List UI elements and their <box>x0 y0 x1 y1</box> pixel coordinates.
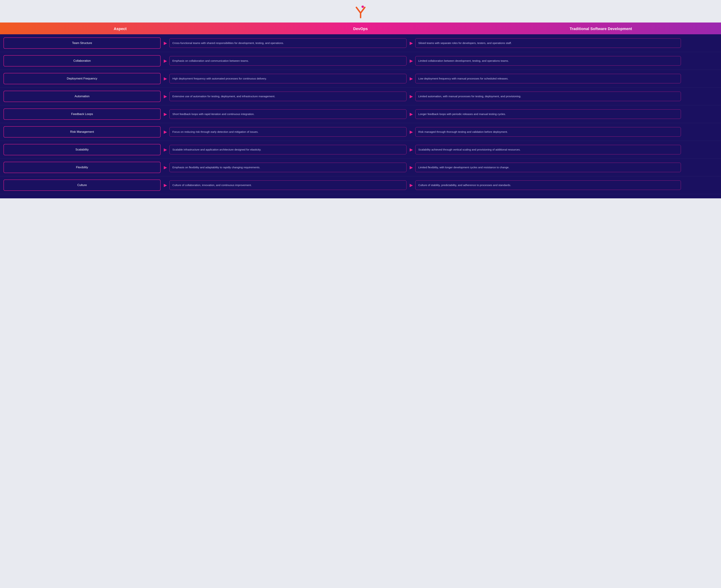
traditional-cell: ▶ Longer feedback loops with periodic re… <box>410 108 681 120</box>
arrow-icon: ▶ <box>410 165 413 170</box>
aspect-label: Automation <box>3 91 161 102</box>
arrow-icon: ▶ <box>410 94 413 99</box>
arrow-icon: ▶ <box>410 76 413 81</box>
aspect-cell: Scalability <box>3 144 161 155</box>
aspect-cell: Team Structure <box>3 38 161 49</box>
table-row: Scalability ▶ Scalable infrastructure an… <box>0 141 721 159</box>
aspect-cell: Deployment Frequency <box>3 73 161 84</box>
table-row: Team Structure ▶ Cross-functional teams … <box>0 34 721 52</box>
traditional-cell: ▶ Risk managed through thorough testing … <box>410 126 681 138</box>
header-devops: DevOps <box>240 23 480 34</box>
arrow-icon: ▶ <box>410 129 413 134</box>
devops-content: Extensive use of automation for testing,… <box>169 91 407 101</box>
aspect-label: Team Structure <box>3 38 161 49</box>
devops-content: Emphasis on flexibility and adaptability… <box>169 163 407 172</box>
devops-cell: ▶ Emphasis on flexibility and adaptabili… <box>164 162 407 173</box>
aspect-label: Collaboration <box>3 55 161 66</box>
arrow-icon: ▶ <box>164 94 167 99</box>
devops-content: Scalable infrastructure and application … <box>169 145 407 154</box>
table-row: Collaboration ▶ Emphasis on collaboratio… <box>0 52 721 70</box>
arrow-icon: ▶ <box>164 58 167 63</box>
devops-content: Emphasis on collaboration and communicat… <box>169 56 407 65</box>
arrow-icon: ▶ <box>164 183 167 188</box>
arrow-icon: ▶ <box>164 112 167 117</box>
aspect-label: Culture <box>3 180 161 191</box>
aspect-cell: Automation <box>3 91 161 102</box>
table-row: Risk Management ▶ Focus on reducing risk… <box>0 123 721 141</box>
traditional-content: Low deployment frequency with manual pro… <box>415 74 681 83</box>
logo-icon <box>355 6 366 18</box>
header-aspect: Aspect <box>0 23 240 34</box>
traditional-content: Limited automation, with manual processe… <box>415 91 681 101</box>
devops-content: Short feedback loops with rapid iteratio… <box>169 109 407 119</box>
arrow-icon: ▶ <box>164 147 167 152</box>
traditional-content: Longer feedback loops with periodic rele… <box>415 109 681 119</box>
devops-cell: ▶ Short feedback loops with rapid iterat… <box>164 108 407 120</box>
arrow-icon: ▶ <box>164 76 167 81</box>
devops-cell: ▶ Cross-functional teams with shared res… <box>164 38 407 49</box>
devops-cell: ▶ High deployment frequency with automat… <box>164 73 407 84</box>
traditional-cell: ▶ Scalability achieved through vertical … <box>410 144 681 155</box>
devops-content: Culture of collaboration, innovation, an… <box>169 181 407 190</box>
aspect-cell: Feedback Loops <box>3 108 161 120</box>
table-row: Flexibility ▶ Emphasis on flexibility an… <box>0 159 721 176</box>
devops-cell: ▶ Culture of collaboration, innovation, … <box>164 180 407 191</box>
header-bar: Aspect DevOps Traditional Software Devel… <box>0 23 721 34</box>
aspect-label: Feedback Loops <box>3 108 161 120</box>
aspect-cell: Risk Management <box>3 126 161 138</box>
header-traditional: Traditional Software Development <box>481 23 721 34</box>
traditional-cell: ▶ Siloed teams with separate roles for d… <box>410 38 681 49</box>
traditional-content: Limited collaboration between developmen… <box>415 56 681 65</box>
svg-point-0 <box>362 6 364 8</box>
comparison-table: Team Structure ▶ Cross-functional teams … <box>0 34 721 198</box>
aspect-label: Scalability <box>3 144 161 155</box>
devops-content: Focus on reducing risk through early det… <box>169 127 407 136</box>
traditional-content: Scalability achieved through vertical sc… <box>415 145 681 154</box>
table-row: Feedback Loops ▶ Short feedback loops wi… <box>0 105 721 123</box>
traditional-cell: ▶ Culture of stability, predictability, … <box>410 180 681 191</box>
aspect-cell: Collaboration <box>3 55 161 66</box>
traditional-cell: ▶ Limited collaboration between developm… <box>410 55 681 66</box>
aspect-cell: Flexibility <box>3 162 161 173</box>
traditional-cell: ▶ Limited automation, with manual proces… <box>410 91 681 102</box>
traditional-content: Limited flexibility, with longer develop… <box>415 163 681 172</box>
arrow-icon: ▶ <box>164 41 167 45</box>
aspect-label: Flexibility <box>3 162 161 173</box>
devops-cell: ▶ Emphasis on collaboration and communic… <box>164 55 407 66</box>
aspect-cell: Culture <box>3 180 161 191</box>
devops-cell: ▶ Extensive use of automation for testin… <box>164 91 407 102</box>
arrow-icon: ▶ <box>164 129 167 134</box>
devops-content: Cross-functional teams with shared respo… <box>169 38 407 48</box>
aspect-label: Risk Management <box>3 126 161 138</box>
devops-content: High deployment frequency with automated… <box>169 74 407 83</box>
table-row: Deployment Frequency ▶ High deployment f… <box>0 70 721 88</box>
traditional-cell: ▶ Low deployment frequency with manual p… <box>410 73 681 84</box>
traditional-content: Risk managed through thorough testing an… <box>415 127 681 136</box>
traditional-cell: ▶ Limited flexibility, with longer devel… <box>410 162 681 173</box>
traditional-content: Culture of stability, predictability, an… <box>415 181 681 190</box>
arrow-icon: ▶ <box>410 147 413 152</box>
devops-cell: ▶ Focus on reducing risk through early d… <box>164 126 407 138</box>
table-row: Culture ▶ Culture of collaboration, inno… <box>0 176 721 194</box>
page-wrapper: Aspect DevOps Traditional Software Devel… <box>0 0 721 198</box>
table-row: Automation ▶ Extensive use of automation… <box>0 88 721 105</box>
arrow-icon: ▶ <box>410 183 413 188</box>
traditional-content: Siloed teams with separate roles for dev… <box>415 38 681 48</box>
logo-area <box>0 0 721 22</box>
arrow-icon: ▶ <box>410 41 413 45</box>
aspect-label: Deployment Frequency <box>3 73 161 84</box>
arrow-icon: ▶ <box>164 165 167 170</box>
devops-cell: ▶ Scalable infrastructure and applicatio… <box>164 144 407 155</box>
arrow-icon: ▶ <box>410 58 413 63</box>
arrow-icon: ▶ <box>410 112 413 117</box>
